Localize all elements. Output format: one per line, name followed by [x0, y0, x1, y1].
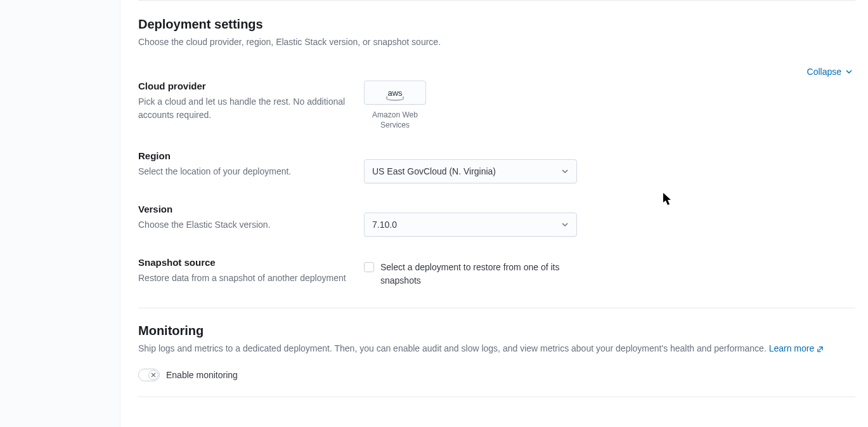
cloud-provider-card[interactable]: aws Amazon Web Services: [364, 81, 426, 130]
cloud-provider-label: Cloud provider: [138, 81, 351, 91]
learn-more-label: Learn more: [769, 342, 815, 356]
region-select[interactable]: US East GovCloud (N. Virginia): [364, 159, 577, 183]
snapshot-desc: Restore data from a snapshot of another …: [138, 272, 351, 285]
snapshot-label: Snapshot source: [138, 257, 351, 268]
enable-monitoring-toggle-row: Enable monitoring: [138, 369, 855, 381]
enable-monitoring-toggle[interactable]: [138, 369, 160, 381]
version-select[interactable]: 7.10.0: [364, 213, 577, 237]
region-value: US East GovCloud (N. Virginia): [372, 166, 496, 176]
aws-logo-icon: aws: [387, 89, 402, 97]
version-label: Version: [138, 204, 351, 214]
region-label: Region: [138, 150, 351, 161]
cloud-provider-row: Cloud provider Pick a cloud and let us h…: [138, 81, 855, 130]
snapshot-checkbox[interactable]: [364, 262, 374, 272]
chevron-down-icon: [845, 68, 853, 76]
x-icon: [151, 372, 156, 378]
toggle-knob: [148, 370, 159, 380]
version-row: Version Choose the Elastic Stack version…: [138, 204, 855, 237]
monitoring-desc-text: Ship logs and metrics to a dedicated dep…: [138, 343, 769, 353]
region-desc: Select the location of your deployment.: [138, 165, 351, 178]
deployment-settings-subtitle: Choose the cloud provider, region, Elast…: [138, 36, 855, 49]
chevron-down-icon: [561, 168, 569, 175]
external-link-icon: [817, 346, 824, 353]
snapshot-checkbox-row[interactable]: Select a deployment to restore from one …: [364, 261, 577, 287]
divider: [138, 397, 855, 397]
enable-monitoring-label: Enable monitoring: [166, 370, 238, 380]
divider: [138, 308, 855, 308]
cloud-provider-box[interactable]: aws: [364, 81, 426, 105]
chevron-down-icon: [561, 221, 569, 228]
sidebar: [0, 0, 120, 427]
deployment-settings-title: Deployment settings: [138, 17, 855, 32]
snapshot-checkbox-label: Select a deployment to restore from one …: [380, 261, 577, 287]
collapse-button[interactable]: Collapse: [807, 67, 853, 77]
main-content: Deployment settings Choose the cloud pro…: [120, 0, 868, 427]
collapse-label: Collapse: [807, 67, 841, 77]
snapshot-row: Snapshot source Restore data from a snap…: [138, 257, 855, 287]
divider: [138, 0, 855, 1]
learn-more-link[interactable]: Learn more: [769, 342, 824, 356]
cloud-provider-desc: Pick a cloud and let us handle the rest.…: [138, 95, 351, 122]
cloud-provider-name: Amazon Web Services: [364, 110, 426, 130]
monitoring-title: Monitoring: [138, 324, 855, 338]
region-row: Region Select the location of your deplo…: [138, 150, 855, 183]
monitoring-desc: Ship logs and metrics to a dedicated dep…: [138, 342, 855, 356]
version-value: 7.10.0: [372, 220, 397, 230]
version-desc: Choose the Elastic Stack version.: [138, 218, 351, 232]
